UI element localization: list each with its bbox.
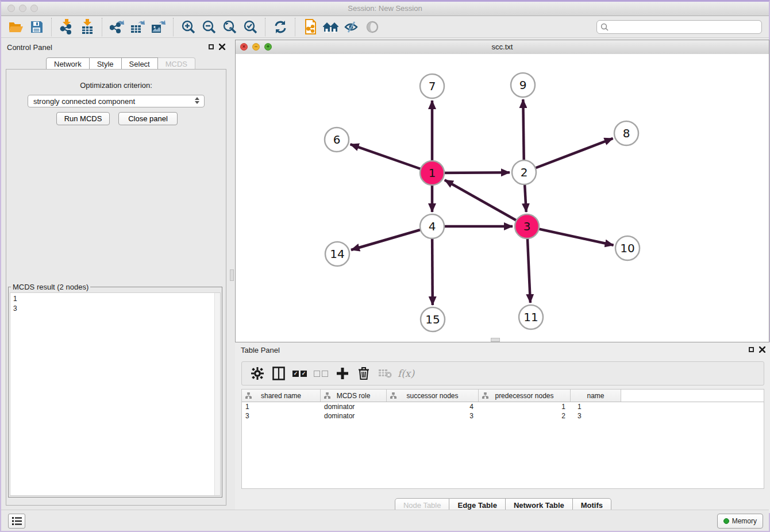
select-stepper-icon: [195, 97, 199, 104]
export-image-icon[interactable]: [148, 17, 169, 37]
close-panel-button[interactable]: Close panel: [118, 112, 178, 125]
column-header-filler: [621, 390, 764, 402]
delete-table-icon: [374, 363, 395, 384]
column-header-shared-name[interactable]: shared name: [242, 390, 321, 402]
export-table-icon[interactable]: [128, 17, 148, 37]
toolbar-separator: [265, 18, 266, 36]
close-table-panel-icon[interactable]: [759, 346, 765, 353]
window-titlebar: Session: New Session: [1, 2, 769, 16]
run-mcds-button[interactable]: Run MCDS: [56, 112, 110, 125]
toolbar-separator: [173, 18, 174, 36]
table-cell[interactable]: 1: [242, 403, 321, 411]
toolbar-separator: [102, 18, 103, 36]
edge-3-10: [527, 226, 614, 245]
svg-text:15: 15: [425, 313, 440, 326]
horizontal-splitter-grip[interactable]: [491, 338, 500, 342]
table-cell[interactable]: 4: [387, 403, 479, 411]
svg-text:14: 14: [330, 247, 344, 261]
column-header-successor-nodes[interactable]: successor nodes: [387, 390, 479, 402]
optimization-criterion-label: Optimization criterion:: [6, 81, 226, 90]
column-header-name[interactable]: name: [571, 390, 621, 402]
select-all-columns-icon[interactable]: ✓✓: [289, 363, 310, 384]
table-row[interactable]: 3dominator323: [242, 411, 764, 421]
svg-text:7: 7: [429, 79, 436, 93]
network-graph[interactable]: 7968124314101511: [236, 54, 769, 342]
control-panel-title: Control Panel: [7, 43, 52, 52]
svg-text:3: 3: [523, 219, 531, 233]
svg-text:2: 2: [521, 165, 528, 179]
import-network-icon[interactable]: [56, 17, 77, 37]
edge-3-1: [445, 180, 527, 226]
table-body: 1dominator4113dominator323: [242, 402, 764, 421]
svg-text:11: 11: [523, 310, 538, 324]
svg-text:9: 9: [519, 78, 527, 92]
table-cell[interactable]: dominator: [321, 403, 387, 411]
network-window-title: scc.txt: [236, 43, 769, 51]
float-panel-icon[interactable]: [209, 44, 214, 49]
mcds-result-area[interactable]: 1 3: [10, 292, 221, 496]
memory-button[interactable]: Memory: [717, 514, 763, 529]
zoom-fit-icon[interactable]: [220, 17, 240, 37]
list-icon: [12, 517, 22, 525]
search-input[interactable]: [611, 22, 761, 32]
svg-text:8: 8: [623, 126, 630, 140]
export-network-icon[interactable]: [107, 17, 128, 37]
table-cell[interactable]: 3: [387, 412, 479, 420]
mcds-result-box: MCDS result (2 nodes) 1 3: [8, 283, 222, 498]
float-table-panel-icon[interactable]: [749, 347, 754, 352]
search-box: [596, 20, 762, 34]
table-cell[interactable]: 1: [571, 403, 621, 411]
vertical-splitter-grip[interactable]: [230, 269, 234, 281]
result-scrollbar[interactable]: [214, 293, 220, 495]
criterion-select[interactable]: strongly connected component: [28, 95, 205, 107]
criterion-value: strongly connected component: [33, 97, 135, 106]
edge-1-6: [351, 144, 432, 173]
refresh-icon[interactable]: [270, 17, 291, 37]
table-row[interactable]: 1dominator411: [242, 402, 764, 411]
delete-column-icon[interactable]: [353, 363, 374, 384]
save-session-icon[interactable]: [26, 17, 47, 37]
task-history-button[interactable]: [8, 514, 25, 529]
show-graphics-details-icon[interactable]: [341, 17, 362, 37]
network-canvas[interactable]: 7968124314101511: [236, 54, 769, 342]
table-cell[interactable]: 3: [242, 412, 321, 420]
show-columns-icon[interactable]: [268, 363, 289, 384]
unselect-all-columns-icon[interactable]: [310, 363, 332, 384]
table-panel-title: Table Panel: [241, 346, 280, 354]
close-panel-icon[interactable]: [219, 44, 225, 50]
column-header-MCDS-role[interactable]: MCDS role: [321, 390, 387, 402]
mcds-result-text: 1 3: [13, 294, 17, 314]
clone-network-icon[interactable]: [300, 17, 321, 37]
import-table-icon[interactable]: [77, 17, 98, 37]
first-neighbors-icon[interactable]: [321, 17, 341, 37]
birds-eye-view-icon[interactable]: [362, 17, 383, 37]
add-column-icon[interactable]: [332, 363, 353, 384]
memory-status-icon: [723, 518, 729, 524]
table-cell[interactable]: 2: [479, 412, 571, 420]
table-header-row: shared nameMCDS rolesuccessor nodesprede…: [242, 390, 764, 402]
svg-text:10: 10: [620, 241, 634, 255]
svg-text:6: 6: [333, 133, 341, 147]
network-view-window: × − + scc.txt 7968124314101511: [235, 40, 769, 342]
settings-gear-icon[interactable]: [247, 363, 268, 384]
application-window: Session: New Session: [0, 0, 770, 532]
table-cell[interactable]: 1: [479, 403, 571, 411]
toolbar-separator: [295, 18, 296, 36]
zoom-selected-icon[interactable]: [240, 17, 261, 37]
column-header-predecessor-nodes[interactable]: predecessor nodes: [479, 390, 571, 402]
window-title: Session: New Session: [1, 4, 769, 13]
mcds-panel: Optimization criterion: strongly connect…: [6, 69, 226, 506]
zoom-in-icon[interactable]: [178, 17, 199, 37]
control-panel: Control Panel Network Style Select MCDS …: [1, 40, 231, 513]
table-cell[interactable]: dominator: [321, 412, 387, 420]
svg-text:1: 1: [429, 166, 436, 180]
table-cell[interactable]: 3: [571, 412, 621, 420]
toolbar-separator: [51, 18, 52, 36]
zoom-out-icon[interactable]: [199, 17, 220, 37]
mcds-result-title: MCDS result (2 nodes): [11, 283, 90, 291]
table-panel: Table Panel ✓✓: [235, 342, 770, 513]
svg-text:4: 4: [429, 219, 436, 233]
network-window-titlebar: × − + scc.txt: [236, 40, 769, 55]
open-session-icon[interactable]: [6, 17, 26, 37]
node-table[interactable]: shared nameMCDS rolesuccessor nodesprede…: [241, 389, 764, 489]
